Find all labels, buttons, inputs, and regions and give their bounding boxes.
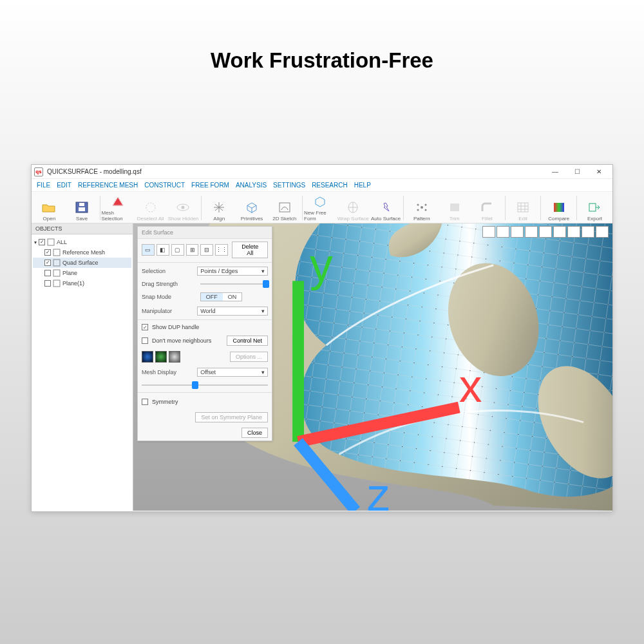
workarea: OBJECTS ▾ ALL Reference MeshQuad Surface… [32, 223, 612, 511]
svg-rect-21 [53, 260, 60, 266]
tree-item[interactable]: Reference Mesh [33, 247, 131, 258]
menubar: FILEEDITREFERENCE MESHCONSTRUCTFREE FORM… [32, 179, 612, 192]
tool-export[interactable]: Export [578, 194, 611, 222]
tree-item[interactable]: Quad Surface [33, 258, 131, 268]
tree-checkbox[interactable] [44, 270, 51, 276]
tool-trim[interactable]: Trim [438, 194, 471, 222]
svg-text:z: z [367, 469, 390, 511]
trim-icon [447, 200, 462, 214]
maximize-button[interactable]: ☐ [566, 166, 588, 178]
tool-pattern[interactable]: Pattern [405, 194, 438, 222]
menu-analysis[interactable]: ANALYSIS [236, 182, 267, 189]
titlebar: qs QUICKSURFACE - modelling.qsf — ☐ ✕ [32, 165, 612, 179]
show-hidden-icon [175, 200, 191, 214]
svg-rect-23 [53, 280, 60, 287]
tool-mesh-selection[interactable]: Mesh Selection [102, 194, 135, 222]
tree-root[interactable]: ▾ ALL [33, 237, 131, 247]
viewport[interactable]: Edit Surface ▭ ◧ ▢ ⊞ ⊟ ⋮⋮ Delete All Sel… [133, 223, 612, 511]
svg-rect-17 [554, 203, 564, 212]
new-free-form-icon [312, 194, 328, 209]
tool-wrap-surface[interactable]: Wrap Surface [337, 194, 370, 222]
objects-panel: OBJECTS ▾ ALL Reference MeshQuad Surface… [32, 223, 133, 511]
svg-rect-16 [518, 203, 528, 212]
tree-root-label: ALL [57, 239, 67, 245]
tree-checkbox[interactable] [44, 249, 51, 256]
svg-point-5 [146, 203, 155, 212]
svg-point-10 [421, 206, 423, 209]
axis-gizmo: y x z [133, 223, 612, 511]
app-icon: qs [34, 167, 43, 176]
tool-deselect-all[interactable]: Deselect All [134, 194, 167, 222]
tool-primitives[interactable]: Primitives [236, 194, 269, 222]
svg-rect-22 [53, 270, 60, 276]
tool-compare[interactable]: Compare [542, 194, 575, 222]
tool-edit[interactable]: Edit [507, 194, 540, 222]
svg-point-7 [182, 206, 185, 209]
svg-rect-20 [53, 249, 60, 256]
objects-header: OBJECTS [32, 223, 133, 234]
svg-point-12 [424, 204, 426, 206]
primitives-icon [244, 200, 260, 214]
menu-reference-mesh[interactable]: REFERENCE MESH [78, 182, 138, 189]
auto-surface-icon [378, 200, 393, 214]
fillet-icon [479, 200, 495, 214]
tree-item-label: Reference Mesh [62, 249, 105, 256]
svg-text:x: x [459, 360, 482, 412]
tree-item-label: Quad Surface [62, 260, 99, 266]
open-icon [41, 200, 57, 214]
menu-help[interactable]: HELP [354, 182, 371, 189]
tree-item[interactable]: Plane [33, 268, 131, 278]
save-icon [74, 200, 90, 214]
svg-point-13 [417, 209, 419, 211]
tool-fillet[interactable]: Fillet [471, 194, 504, 222]
tool-show-hidden[interactable]: Show Hidden [167, 194, 200, 222]
export-icon [587, 200, 602, 214]
deselect-all-icon [143, 200, 158, 214]
menu-edit[interactable]: EDIT [57, 182, 71, 189]
objects-tree: ▾ ALL Reference MeshQuad SurfacePlanePla… [32, 234, 133, 291]
tree-item-label: Plane(1) [62, 280, 84, 287]
tree-item[interactable]: Plane(1) [33, 278, 131, 289]
toolbar: OpenSaveMesh SelectionDeselect AllShow H… [32, 192, 612, 223]
edit-icon [515, 200, 531, 214]
mesh-selection-icon [110, 194, 126, 209]
minimize-button[interactable]: — [544, 166, 566, 178]
pattern-icon [414, 200, 430, 214]
menu-construct[interactable]: CONSTRUCT [144, 182, 185, 189]
svg-text:y: y [310, 239, 333, 290]
svg-line-28 [298, 407, 459, 442]
svg-rect-15 [450, 204, 459, 211]
tool-new-free-form[interactable]: New Free Form [304, 194, 337, 222]
menu-file[interactable]: FILE [37, 182, 50, 189]
tool-save[interactable]: Save [66, 194, 99, 222]
menu-research[interactable]: RESEARCH [312, 182, 348, 189]
compare-icon [551, 200, 567, 214]
menu-free-form[interactable]: FREE FORM [191, 182, 229, 189]
tool-auto-surface[interactable]: Auto Surface [370, 194, 402, 222]
svg-line-29 [298, 442, 355, 511]
tool-2d-sketch[interactable]: 2D Sketch [268, 194, 301, 222]
tool-align[interactable]: Align [203, 194, 236, 222]
svg-rect-18 [589, 204, 596, 211]
headline: Work Frustration-Free [0, 0, 644, 73]
tool-open[interactable]: Open [33, 194, 66, 222]
window-title: QUICKSURFACE - modelling.qsf [47, 168, 544, 175]
tree-checkbox[interactable] [44, 280, 51, 287]
tree-item-label: Plane [62, 270, 77, 276]
svg-rect-2 [79, 203, 84, 206]
app-window: qs QUICKSURFACE - modelling.qsf — ☐ ✕ FI… [31, 164, 613, 512]
tree-checkbox[interactable] [44, 260, 51, 266]
svg-point-11 [417, 204, 419, 206]
tree-checkbox[interactable] [39, 239, 45, 245]
2d-sketch-icon [277, 200, 292, 214]
wrap-surface-icon [345, 200, 361, 214]
close-button[interactable]: ✕ [588, 166, 610, 178]
align-icon [211, 200, 227, 214]
menu-settings[interactable]: SETTINGS [273, 182, 305, 189]
svg-marker-3 [113, 197, 123, 205]
svg-point-14 [424, 209, 426, 211]
svg-rect-1 [79, 207, 85, 211]
svg-rect-19 [48, 239, 54, 245]
